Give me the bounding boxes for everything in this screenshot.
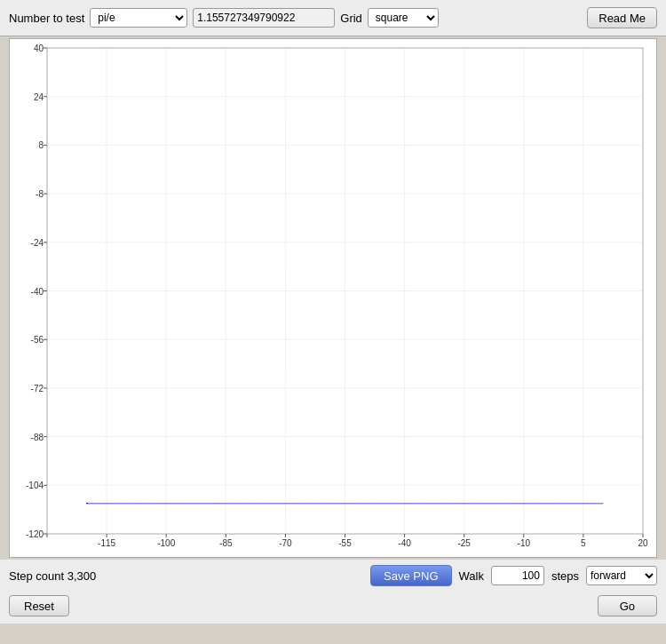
- grid-label: Grid: [340, 12, 362, 25]
- toolbar: Number to test pi/e pi e sqrt(2) phi cus…: [0, 0, 666, 36]
- save-png-button[interactable]: Save PNG: [370, 565, 451, 586]
- plot-canvas: [10, 39, 656, 558]
- walk-steps-input[interactable]: [491, 566, 544, 585]
- step-count-value: 3,300: [67, 569, 97, 583]
- reset-button[interactable]: Reset: [9, 595, 69, 616]
- bottom-bar: Step count 3,300 Save PNG Walk steps for…: [0, 560, 666, 592]
- steps-label: steps: [551, 569, 579, 583]
- read-me-button[interactable]: Read Me: [587, 7, 657, 28]
- walk-label: Walk: [459, 569, 484, 583]
- step-count-label: Step count 3,300: [9, 569, 96, 583]
- action-bar: Reset Go: [0, 592, 666, 624]
- number-to-test-select[interactable]: pi/e pi e sqrt(2) phi custom: [90, 8, 187, 28]
- plot-area: [9, 38, 657, 558]
- number-value-input[interactable]: [193, 8, 335, 28]
- go-button[interactable]: Go: [598, 595, 657, 616]
- number-to-test-label: Number to test: [9, 12, 84, 25]
- grid-type-select[interactable]: square hex none: [368, 8, 439, 28]
- walk-direction-select[interactable]: forward backward: [586, 566, 657, 585]
